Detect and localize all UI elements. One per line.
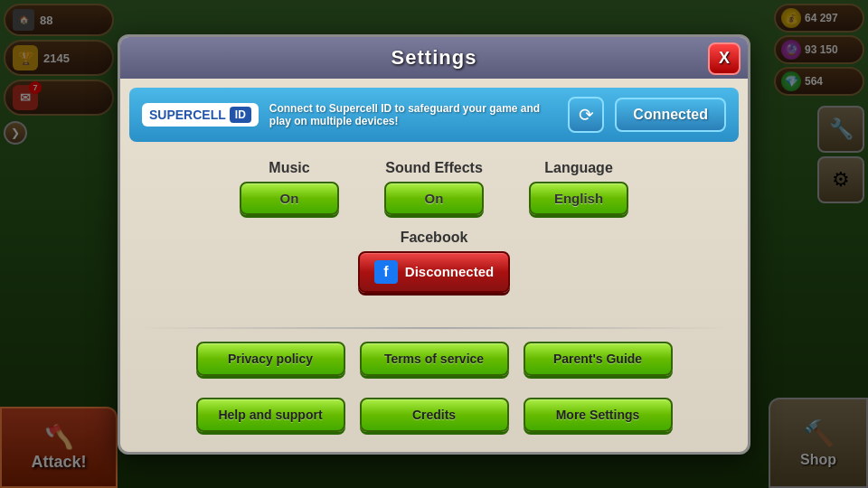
bottom-buttons: Privacy policy Terms of service Parent's… [120, 342, 748, 452]
supercell-refresh-button[interactable]: ⟳ [568, 97, 604, 133]
terms-of-service-button[interactable]: Terms of service [360, 342, 509, 376]
settings-row-1: Music On Sound Effects On Language Engli… [147, 160, 721, 215]
bottom-row-1: Privacy policy Terms of service Parent's… [138, 342, 730, 376]
connected-button[interactable]: Connected [615, 98, 726, 132]
language-label: Language [544, 160, 613, 176]
modal-title: Settings [392, 46, 477, 69]
bottom-row-2: Help and support Credits More Settings [138, 398, 730, 432]
sound-effects-setting: Sound Effects On [384, 160, 484, 215]
settings-modal: Settings X SUPERCELL ID Connect to Super… [118, 34, 750, 455]
facebook-logo: f [374, 260, 398, 284]
language-button[interactable]: English [529, 182, 628, 215]
modal-title-bar: Settings [120, 37, 748, 79]
close-button[interactable]: X [708, 42, 741, 75]
connected-label: Connected [633, 107, 708, 122]
supercell-text: SUPERCELL [149, 108, 226, 122]
modal-overlay: Settings X SUPERCELL ID Connect to Super… [0, 0, 868, 488]
credits-button[interactable]: Credits [360, 398, 509, 432]
settings-row-2: Facebook f Disconnected [147, 230, 721, 293]
refresh-icon: ⟳ [579, 104, 594, 126]
help-support-button[interactable]: Help and support [196, 398, 345, 432]
facebook-setting: Facebook f Disconnected [358, 230, 510, 293]
facebook-button[interactable]: f Disconnected [358, 251, 510, 293]
facebook-label: Facebook [401, 230, 468, 246]
sound-effects-button[interactable]: On [384, 182, 484, 215]
music-setting: Music On [240, 160, 339, 215]
privacy-policy-button[interactable]: Privacy policy [196, 342, 345, 376]
settings-content: Music On Sound Effects On Language Engli… [120, 147, 748, 320]
parents-guide-button[interactable]: Parent's Guide [524, 342, 673, 376]
music-button[interactable]: On [240, 182, 339, 215]
supercell-description: Connect to Supercell ID to safeguard you… [269, 102, 558, 127]
language-setting: Language English [529, 160, 628, 215]
close-icon: X [719, 49, 730, 68]
sound-effects-label: Sound Effects [385, 160, 483, 176]
facebook-status: Disconnected [405, 264, 494, 279]
music-label: Music [269, 160, 309, 176]
divider [138, 327, 730, 329]
supercell-logo: SUPERCELL ID [142, 103, 259, 127]
supercell-banner: SUPERCELL ID Connect to Supercell ID to … [129, 88, 739, 142]
supercell-id-badge: ID [230, 107, 251, 123]
more-settings-button[interactable]: More Settings [524, 398, 673, 432]
